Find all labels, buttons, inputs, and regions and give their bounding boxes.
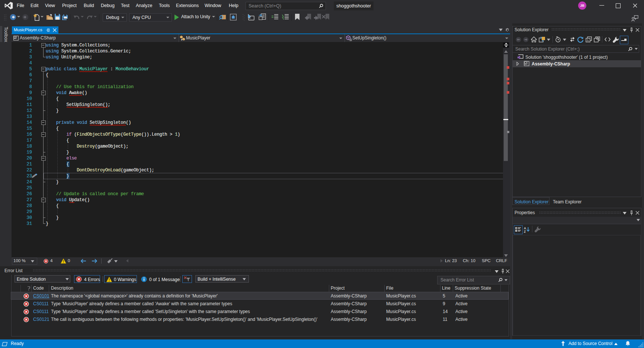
svg-text:Z: Z <box>524 230 526 233</box>
